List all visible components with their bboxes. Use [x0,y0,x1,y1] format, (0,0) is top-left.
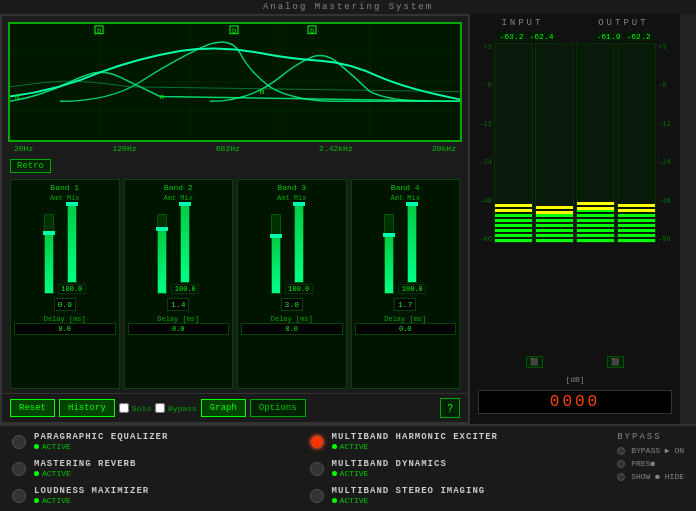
band-2-mix-track[interactable] [180,203,190,283]
band-2-mix-fader[interactable]: 100.0 [171,203,199,294]
band-4-knob-value[interactable]: 1.7 [394,298,416,311]
band-3-knob-value[interactable]: 3.0 [281,298,303,311]
band-4-mix-handle[interactable] [406,202,418,206]
band-1-amt-handle[interactable] [43,231,55,235]
options-button[interactable]: Options [250,399,306,417]
band-3-amt-fader[interactable] [271,214,281,294]
module-paragraphic-dot [34,444,39,449]
module-loudness-status-text: ACTIVE [42,496,71,505]
module-loudness-name: LOUDNESS MAXIMIZER [34,486,149,496]
svg-text:b: b [97,27,101,35]
band-1-mix-fader[interactable]: 100.0 [58,203,86,294]
bypass-section: BYPASS BYPASS ▶ ON PRES■ SHOW ■ HIDE [617,432,684,505]
module-loudness: LOUDNESS MAXIMIZER ACTIVE [12,486,300,505]
module-reverb-info: MASTERING REVERB ACTIVE [34,459,136,478]
band-2-mix-handle[interactable] [179,202,191,206]
bypass-checkbox[interactable] [155,403,165,413]
module-reverb-name: MASTERING REVERB [34,459,136,469]
band-4-amt-fill [385,237,393,293]
module-harmonic: MULTIBAND HARMONIC EXCITER ACTIVE [310,432,598,451]
band-4: Band 4 Amt Mix [351,179,461,389]
module-loudness-status: ACTIVE [34,496,149,505]
output-peak-1: -61.9 [594,32,622,41]
input-peak-1: -63.2 [497,32,525,41]
band-1-mix-track[interactable] [67,203,77,283]
band-2-amt-fader[interactable] [157,214,167,294]
band-3-mix-handle[interactable] [293,202,305,206]
band-3-mix-fader[interactable]: 100.0 [285,203,313,294]
band-2-amt-handle[interactable] [156,227,168,231]
content-area: b b b m m m 20Hz 120Hz 682Hz 2.42kHz 20k… [0,14,696,424]
module-paragraphic-status-text: ACTIVE [42,442,71,451]
band-4-mix-track[interactable] [407,203,417,283]
module-loudness-dot [34,498,39,503]
band-2-amt-track[interactable] [157,214,167,294]
bypass-checkbox-group: Bypass [155,403,197,413]
band-1-knob-value[interactable]: 0.9 [54,298,76,311]
module-harmonic-dot [332,444,337,449]
output-label: OUTPUT [598,18,648,28]
solo-checkbox[interactable] [119,403,129,413]
input-label: INPUT [501,18,543,28]
modules-right: MULTIBAND HARMONIC EXCITER ACTIVE MULTIB… [310,432,598,505]
band-2-knob-value[interactable]: 1.4 [167,298,189,311]
bypass-led-3 [617,473,625,481]
history-button[interactable]: History [59,399,115,417]
band-4-amt-fader[interactable] [384,214,394,294]
band-3-delay-value: 0.0 [241,323,343,335]
band-2-title: Band 2 [164,183,193,192]
freq-label-2: 120Hz [112,144,136,153]
band-2-amt-fill [158,231,166,293]
band-4-delay-value: 0.0 [355,323,457,335]
bypass-row-2: PRES■ [617,459,684,468]
bottom-buttons: Reset History Solo Bypass Graph Options … [2,393,468,422]
band-3-amt-track[interactable] [271,214,281,294]
band-2-delay-label: Delay [ms] [157,315,199,323]
input-bar-left [494,43,533,243]
bypass-led-1 [617,447,625,455]
band-3-mix-track[interactable] [294,203,304,283]
band-1-mix-value: 100.0 [58,284,86,294]
band-2-faders: 100.0 [157,204,199,294]
band-4-amt-handle[interactable] [383,233,395,237]
module-dynamics-name: MULTIBAND DYNAMICS [332,459,447,469]
bypass-label-2: PRES■ [631,459,655,468]
input-reset-button[interactable]: ⬛ [526,356,543,368]
band-3-amt-handle[interactable] [270,234,282,238]
band-4-amt-track[interactable] [384,214,394,294]
output-reset-button[interactable]: ⬛ [607,356,624,368]
preset-button[interactable]: Retro [10,159,51,173]
module-reverb-status-text: ACTIVE [42,469,71,478]
module-harmonic-info: MULTIBAND HARMONIC EXCITER ACTIVE [332,432,498,451]
module-harmonic-led [310,435,324,449]
band-4-faders: 100.0 [384,204,426,294]
vu-scale-left: +3 -6 -12 -24 -48 -96 [474,43,492,243]
band-1-amt-track[interactable] [44,214,54,294]
band-4-mix-fader[interactable]: 100.0 [398,203,426,294]
title-bar: Analog Mastering System [0,0,696,14]
reset-button[interactable]: Reset [10,399,55,417]
bands-area: Band 1 Amt Mix [2,175,468,393]
help-button[interactable]: ? [440,398,460,418]
module-paragraphic-status: ACTIVE [34,442,168,451]
band-4-delay-label: Delay [ms] [384,315,426,323]
output-bar-left-fill [577,210,614,242]
module-dynamics-info: MULTIBAND DYNAMICS ACTIVE [332,459,447,478]
band-3-mix-value: 100.0 [285,284,313,294]
module-dynamics-status-text: ACTIVE [340,469,369,478]
band-1-mix-handle[interactable] [66,202,78,206]
module-paragraphic-led [12,435,26,449]
input-bar-right-fill [536,214,573,242]
band-4-mix-fill [408,204,416,282]
graph-button[interactable]: Graph [201,399,246,417]
input-bar-right-yellow [536,206,573,214]
solo-label: Solo [132,404,151,413]
module-harmonic-status-text: ACTIVE [340,442,369,451]
preset-row: Retro [2,153,468,175]
module-dynamics-led [310,462,324,476]
freq-label-4: 2.42kHz [319,144,353,153]
module-stereo-dot [332,498,337,503]
module-stereo-info: MULTIBAND STEREO IMAGING ACTIVE [332,486,486,505]
band-1-amt-fader[interactable] [44,214,54,294]
bypass-label-1: BYPASS ▶ ON [631,446,684,455]
